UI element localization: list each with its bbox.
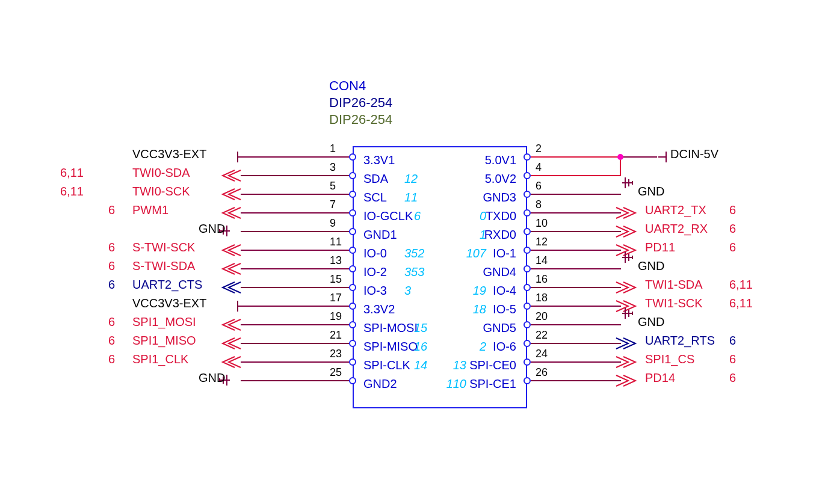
component-ref: CON4 (329, 78, 366, 94)
sheet-ref: 6 (108, 334, 115, 348)
pin-number: 8 (536, 198, 542, 211)
net-name: TWI0-SCK (132, 185, 190, 198)
gpio-number: 19 (473, 284, 486, 298)
pin-number: 26 (536, 366, 548, 379)
pin-number: 6 (536, 180, 542, 192)
sheet-ref: 6 (108, 259, 115, 273)
pin-number: 1 (330, 143, 336, 155)
pin-label: TXD0 (486, 209, 516, 223)
pin-label: IO-2 (363, 265, 387, 279)
gpio-number: 13 (453, 358, 466, 372)
sheet-ref: 6 (108, 278, 115, 292)
pin-label: SCL (363, 191, 387, 204)
pin-number: 18 (536, 292, 548, 304)
net-name: TWI1-SCK (645, 297, 703, 310)
net-name: SPI1_CS (645, 352, 694, 366)
pin-number: 15 (330, 273, 342, 286)
pin-label: SPI-MOSI (363, 321, 418, 335)
pin-number: 20 (536, 310, 548, 323)
pin-label: IO-5 (493, 303, 516, 316)
net-name: PD14 (645, 371, 675, 385)
gpio-number: 110 (446, 377, 466, 391)
pin-label: IO-0 (363, 247, 387, 260)
pin-number: 16 (536, 273, 548, 286)
sheet-ref: 6,11 (60, 185, 84, 198)
sheet-ref: 6 (729, 241, 736, 254)
gpio-number: 16 (414, 340, 427, 354)
net-name: TWI1-SDA (645, 278, 703, 292)
gpio-number: 352 (404, 247, 424, 260)
gpio-number: 14 (414, 358, 427, 372)
pin-label: GND3 (483, 191, 516, 204)
sheet-ref: 6 (729, 371, 736, 385)
net-name: UART2_CTS (132, 278, 202, 292)
gpio-number: 15 (414, 321, 427, 335)
pin-number: 3 (330, 161, 336, 174)
pin-number: 13 (330, 254, 342, 267)
pin-label: IO-4 (493, 284, 516, 298)
net-name: SPI1_CLK (132, 352, 188, 366)
pin-label: 3.3V2 (363, 303, 395, 316)
pin-label: IO-3 (363, 284, 387, 298)
pin-number: 14 (536, 254, 548, 267)
net-name: GND (638, 315, 664, 329)
net-name: PD11 (645, 241, 675, 254)
pin-label: IO-6 (493, 340, 516, 354)
sheet-ref: 6,11 (60, 166, 84, 180)
pin-number: 4 (536, 161, 542, 174)
net-name: DCIN-5V (670, 147, 718, 161)
net-name: GND (638, 259, 664, 273)
gpio-number: 0 (480, 209, 486, 223)
sheet-ref: 6 (108, 352, 115, 366)
pin-number: 24 (536, 348, 548, 360)
net-name: UART2_TX (645, 203, 706, 217)
pin-number: 22 (536, 329, 548, 342)
pin-label: GND4 (483, 265, 516, 279)
pin-label: SPI-MISO (363, 340, 418, 354)
pin-label: GND5 (483, 321, 516, 335)
pin-number: 11 (330, 236, 342, 248)
gpio-number: 6 (414, 209, 421, 223)
component-value: DIP26-254 (329, 95, 392, 111)
gpio-number: 11 (404, 191, 418, 204)
pin-number: 17 (330, 292, 342, 304)
pin-label: SPI-CE1 (469, 377, 516, 391)
pin-number: 9 (330, 217, 336, 230)
net-name: GND (199, 371, 225, 385)
sheet-ref: 6 (108, 203, 115, 217)
net-name: VCC3V3-EXT (132, 297, 206, 310)
sheet-ref: 6 (729, 352, 736, 366)
pin-label: SPI-CLK (363, 358, 410, 372)
pin-label: GND1 (363, 228, 397, 242)
pin-number: 2 (536, 143, 542, 155)
pin-label: 5.0V2 (485, 172, 516, 186)
net-name: SPI1_MOSI (132, 315, 196, 329)
pin-label: SPI-CE0 (469, 358, 516, 372)
gpio-number: 353 (404, 265, 424, 279)
gpio-number: 3 (404, 284, 411, 298)
pin-label: SDA (363, 172, 388, 186)
sheet-ref: 6 (729, 203, 736, 217)
net-name: GND (199, 222, 225, 236)
sheet-ref: 6 (108, 315, 115, 329)
net-name: UART2_RX (645, 222, 708, 236)
component-footprint: DIP26-254 (329, 112, 392, 128)
pin-number: 23 (330, 348, 342, 360)
pin-number: 19 (330, 310, 342, 323)
sheet-ref: 6,11 (729, 278, 753, 292)
pin-label: IO-1 (493, 247, 516, 260)
pin-label: RXD0 (484, 228, 516, 242)
net-name: TWI0-SDA (132, 166, 190, 180)
net-name: S-TWI-SCK (132, 241, 195, 254)
pin-number: 10 (536, 217, 548, 230)
pin-label: 5.0V1 (485, 153, 516, 167)
pin-number: 7 (330, 198, 336, 211)
pin-label: IO-GCLK (363, 209, 413, 223)
gpio-number: 12 (404, 172, 418, 186)
net-name: VCC3V3-EXT (132, 147, 206, 161)
pin-number: 5 (330, 180, 336, 192)
gpio-number: 1 (480, 228, 486, 242)
gpio-number: 107 (466, 247, 486, 260)
net-name: PWM1 (132, 203, 168, 217)
pin-number: 12 (536, 236, 548, 248)
